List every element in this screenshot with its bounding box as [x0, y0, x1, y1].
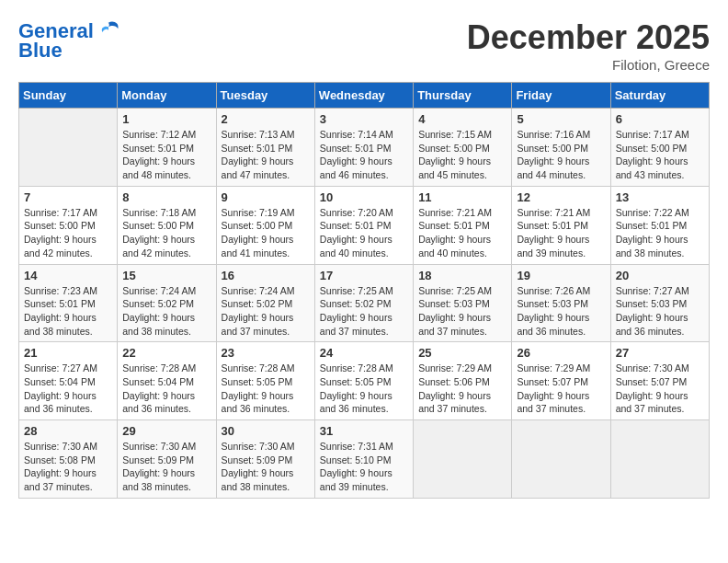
day-number: 11 — [418, 190, 506, 204]
day-number: 14 — [24, 269, 112, 282]
title-area: December 2025 Filotion, Greece — [467, 18, 710, 73]
day-number: 18 — [418, 269, 506, 282]
day-number: 23 — [222, 346, 310, 360]
cell-content: Sunrise: 7:30 AM Sunset: 5:09 PM Dayligh… — [122, 440, 210, 494]
calendar-cell: 23Sunrise: 7:28 AM Sunset: 5:05 PM Dayli… — [216, 342, 314, 420]
calendar-cell: 18Sunrise: 7:25 AM Sunset: 5:03 PM Dayli… — [414, 264, 512, 342]
calendar-cell — [512, 420, 610, 499]
header-sunday: Sunday — [19, 83, 118, 109]
calendar-cell: 5Sunrise: 7:16 AM Sunset: 5:00 PM Daylig… — [512, 109, 610, 187]
calendar-cell: 17Sunrise: 7:25 AM Sunset: 5:02 PM Dayli… — [314, 264, 413, 342]
cell-content: Sunrise: 7:18 AM Sunset: 5:00 PM Dayligh… — [122, 206, 210, 260]
calendar-cell: 27Sunrise: 7:30 AM Sunset: 5:07 PM Dayli… — [610, 342, 709, 420]
cell-content: Sunrise: 7:17 AM Sunset: 5:00 PM Dayligh… — [616, 128, 704, 182]
cell-content: Sunrise: 7:30 AM Sunset: 5:08 PM Dayligh… — [24, 440, 112, 494]
day-number: 7 — [24, 190, 112, 204]
calendar-cell: 25Sunrise: 7:29 AM Sunset: 5:06 PM Dayli… — [414, 342, 512, 420]
day-number: 5 — [517, 112, 605, 126]
cell-content: Sunrise: 7:19 AM Sunset: 5:00 PM Dayligh… — [222, 206, 310, 260]
cell-content: Sunrise: 7:31 AM Sunset: 5:10 PM Dayligh… — [320, 440, 408, 494]
calendar-cell: 28Sunrise: 7:30 AM Sunset: 5:08 PM Dayli… — [19, 420, 118, 499]
page-header: General Blue December 2025 Filotion, Gre… — [18, 18, 710, 73]
header-friday: Friday — [512, 83, 610, 109]
calendar-header: SundayMondayTuesdayWednesdayThursdayFrid… — [19, 83, 710, 109]
calendar-cell: 22Sunrise: 7:28 AM Sunset: 5:04 PM Dayli… — [118, 342, 216, 420]
calendar-cell: 16Sunrise: 7:24 AM Sunset: 5:02 PM Dayli… — [216, 264, 314, 342]
day-number: 13 — [616, 190, 704, 204]
calendar-cell: 19Sunrise: 7:26 AM Sunset: 5:03 PM Dayli… — [512, 264, 610, 342]
logo: General Blue — [18, 18, 121, 63]
cell-content: Sunrise: 7:15 AM Sunset: 5:00 PM Dayligh… — [418, 128, 506, 182]
calendar-table: SundayMondayTuesdayWednesdayThursdayFrid… — [18, 82, 710, 499]
day-number: 15 — [122, 269, 210, 282]
day-number: 31 — [320, 424, 408, 438]
day-number: 24 — [320, 346, 408, 360]
day-number: 10 — [320, 190, 408, 204]
cell-content: Sunrise: 7:28 AM Sunset: 5:05 PM Dayligh… — [222, 362, 310, 416]
cell-content: Sunrise: 7:21 AM Sunset: 5:01 PM Dayligh… — [418, 206, 506, 260]
calendar-week-1: 1Sunrise: 7:12 AM Sunset: 5:01 PM Daylig… — [19, 109, 710, 187]
calendar-week-2: 7Sunrise: 7:17 AM Sunset: 5:00 PM Daylig… — [19, 186, 710, 264]
cell-content: Sunrise: 7:16 AM Sunset: 5:00 PM Dayligh… — [517, 128, 605, 182]
calendar-cell: 4Sunrise: 7:15 AM Sunset: 5:00 PM Daylig… — [414, 109, 512, 187]
day-number: 3 — [320, 112, 408, 126]
cell-content: Sunrise: 7:24 AM Sunset: 5:02 PM Dayligh… — [222, 284, 310, 339]
header-tuesday: Tuesday — [216, 83, 314, 109]
calendar-cell: 20Sunrise: 7:27 AM Sunset: 5:03 PM Dayli… — [610, 264, 709, 342]
calendar-cell — [19, 109, 118, 187]
cell-content: Sunrise: 7:17 AM Sunset: 5:00 PM Dayligh… — [24, 206, 112, 260]
cell-content: Sunrise: 7:30 AM Sunset: 5:07 PM Dayligh… — [616, 362, 704, 416]
calendar-week-5: 28Sunrise: 7:30 AM Sunset: 5:08 PM Dayli… — [19, 420, 710, 499]
cell-content: Sunrise: 7:24 AM Sunset: 5:02 PM Dayligh… — [122, 284, 210, 339]
day-number: 27 — [616, 346, 704, 360]
day-number: 9 — [222, 190, 310, 204]
calendar-cell — [414, 420, 512, 499]
day-number: 28 — [24, 424, 112, 438]
header-thursday: Thursday — [414, 83, 512, 109]
calendar-cell: 21Sunrise: 7:27 AM Sunset: 5:04 PM Dayli… — [19, 342, 118, 420]
cell-content: Sunrise: 7:25 AM Sunset: 5:03 PM Dayligh… — [418, 284, 506, 339]
location: Filotion, Greece — [467, 57, 710, 73]
cell-content: Sunrise: 7:13 AM Sunset: 5:01 PM Dayligh… — [222, 128, 310, 182]
calendar-cell: 12Sunrise: 7:21 AM Sunset: 5:01 PM Dayli… — [512, 186, 610, 264]
calendar-week-3: 14Sunrise: 7:23 AM Sunset: 5:01 PM Dayli… — [19, 264, 710, 342]
cell-content: Sunrise: 7:25 AM Sunset: 5:02 PM Dayligh… — [320, 284, 408, 339]
day-number: 22 — [122, 346, 210, 360]
day-number: 16 — [222, 269, 310, 282]
calendar-cell: 26Sunrise: 7:29 AM Sunset: 5:07 PM Dayli… — [512, 342, 610, 420]
calendar-cell: 2Sunrise: 7:13 AM Sunset: 5:01 PM Daylig… — [216, 109, 314, 187]
calendar-cell: 9Sunrise: 7:19 AM Sunset: 5:00 PM Daylig… — [216, 186, 314, 264]
cell-content: Sunrise: 7:27 AM Sunset: 5:03 PM Dayligh… — [616, 284, 704, 339]
calendar-cell: 3Sunrise: 7:14 AM Sunset: 5:01 PM Daylig… — [314, 109, 413, 187]
day-number: 17 — [320, 269, 408, 282]
calendar-cell: 31Sunrise: 7:31 AM Sunset: 5:10 PM Dayli… — [314, 420, 413, 499]
header-saturday: Saturday — [610, 83, 709, 109]
calendar-body: 1Sunrise: 7:12 AM Sunset: 5:01 PM Daylig… — [19, 109, 710, 499]
header-wednesday: Wednesday — [314, 83, 413, 109]
day-number: 1 — [122, 112, 210, 126]
calendar-cell: 7Sunrise: 7:17 AM Sunset: 5:00 PM Daylig… — [19, 186, 118, 264]
calendar-week-4: 21Sunrise: 7:27 AM Sunset: 5:04 PM Dayli… — [19, 342, 710, 420]
cell-content: Sunrise: 7:28 AM Sunset: 5:05 PM Dayligh… — [320, 362, 408, 416]
calendar-cell: 14Sunrise: 7:23 AM Sunset: 5:01 PM Dayli… — [19, 264, 118, 342]
day-number: 6 — [616, 112, 704, 126]
calendar-cell: 10Sunrise: 7:20 AM Sunset: 5:01 PM Dayli… — [314, 186, 413, 264]
day-number: 21 — [24, 346, 112, 360]
calendar-cell: 1Sunrise: 7:12 AM Sunset: 5:01 PM Daylig… — [118, 109, 216, 187]
calendar-cell: 15Sunrise: 7:24 AM Sunset: 5:02 PM Dayli… — [118, 264, 216, 342]
calendar-cell: 6Sunrise: 7:17 AM Sunset: 5:00 PM Daylig… — [610, 109, 709, 187]
logo-bird-icon — [96, 18, 121, 44]
cell-content: Sunrise: 7:14 AM Sunset: 5:01 PM Dayligh… — [320, 128, 408, 182]
month-title: December 2025 — [467, 18, 710, 57]
cell-content: Sunrise: 7:29 AM Sunset: 5:06 PM Dayligh… — [418, 362, 506, 416]
cell-content: Sunrise: 7:29 AM Sunset: 5:07 PM Dayligh… — [517, 362, 605, 416]
day-number: 2 — [222, 112, 310, 126]
cell-content: Sunrise: 7:27 AM Sunset: 5:04 PM Dayligh… — [24, 362, 112, 416]
calendar-cell: 30Sunrise: 7:30 AM Sunset: 5:09 PM Dayli… — [216, 420, 314, 499]
day-number: 4 — [418, 112, 506, 126]
cell-content: Sunrise: 7:26 AM Sunset: 5:03 PM Dayligh… — [517, 284, 605, 339]
day-number: 20 — [616, 269, 704, 282]
day-number: 19 — [517, 269, 605, 282]
calendar-cell: 11Sunrise: 7:21 AM Sunset: 5:01 PM Dayli… — [414, 186, 512, 264]
day-number: 12 — [517, 190, 605, 204]
